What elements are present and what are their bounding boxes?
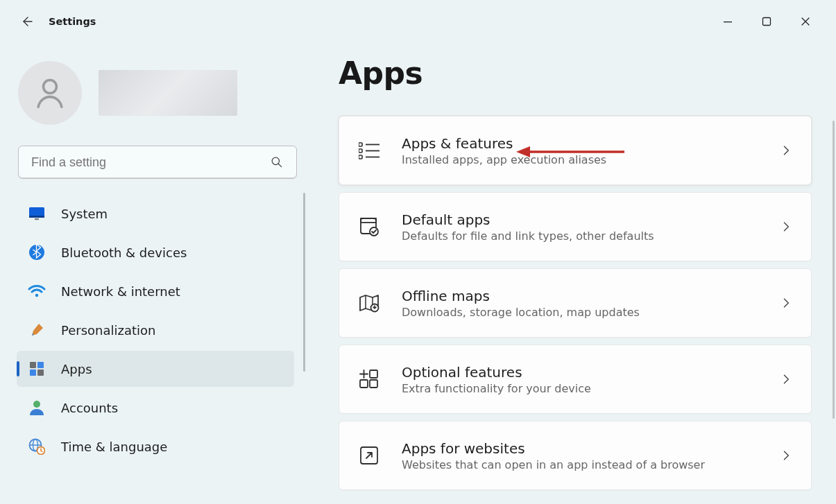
svg-rect-11 bbox=[30, 370, 36, 376]
sidebar-item-label: Bluetooth & devices bbox=[61, 245, 187, 260]
card-subtitle: Websites that can open in an app instead… bbox=[402, 458, 758, 471]
sidebar: System Bluetooth & devices Network & int… bbox=[0, 43, 305, 504]
avatar bbox=[18, 61, 82, 125]
chevron-right-icon bbox=[779, 144, 793, 157]
maximize-icon bbox=[762, 17, 771, 26]
card-title: Default apps bbox=[402, 211, 758, 228]
sidebar-item-network[interactable]: Network & internet bbox=[17, 273, 294, 309]
monitor-icon bbox=[28, 205, 46, 223]
svg-rect-6 bbox=[35, 218, 39, 220]
card-default-apps[interactable]: Default apps Defaults for file and link … bbox=[339, 192, 812, 261]
svg-rect-27 bbox=[360, 380, 368, 388]
svg-rect-24 bbox=[361, 218, 376, 223]
svg-rect-12 bbox=[37, 370, 44, 376]
svg-point-3 bbox=[272, 157, 279, 164]
svg-point-8 bbox=[35, 294, 38, 297]
card-subtitle: Installed apps, app execution aliases bbox=[402, 153, 758, 166]
sidebar-item-label: Network & internet bbox=[61, 284, 180, 299]
default-app-icon bbox=[357, 215, 381, 238]
svg-rect-9 bbox=[30, 362, 36, 368]
svg-point-2 bbox=[44, 80, 57, 94]
apps-icon bbox=[28, 360, 46, 378]
maximize-button[interactable] bbox=[747, 8, 786, 35]
person-icon bbox=[28, 399, 46, 417]
card-apps-features[interactable]: Apps & features Installed apps, app exec… bbox=[339, 116, 812, 185]
minimize-button[interactable] bbox=[708, 8, 747, 35]
svg-point-13 bbox=[33, 401, 40, 408]
card-subtitle: Extra functionality for your device bbox=[402, 382, 758, 395]
list-icon bbox=[357, 139, 381, 162]
globe-clock-icon bbox=[28, 437, 46, 455]
account-block[interactable] bbox=[6, 53, 305, 141]
chevron-right-icon bbox=[779, 220, 793, 234]
sidebar-item-system[interactable]: System bbox=[17, 195, 294, 232]
sidebar-item-bluetooth[interactable]: Bluetooth & devices bbox=[17, 234, 294, 270]
close-button[interactable] bbox=[786, 8, 825, 35]
chevron-right-icon bbox=[779, 372, 793, 386]
svg-rect-29 bbox=[370, 370, 377, 378]
card-apps-for-websites[interactable]: Apps for websites Websites that can open… bbox=[339, 421, 812, 490]
map-icon bbox=[357, 291, 381, 315]
content-scrollbar[interactable] bbox=[833, 121, 835, 419]
squares-add-icon bbox=[357, 367, 381, 391]
svg-rect-5 bbox=[29, 216, 44, 218]
settings-cards: Apps & features Installed apps, app exec… bbox=[339, 116, 812, 490]
search-input[interactable] bbox=[31, 155, 270, 170]
card-title: Offline maps bbox=[402, 288, 758, 304]
card-title: Apps for websites bbox=[402, 440, 758, 457]
wifi-icon bbox=[28, 282, 46, 300]
card-title: Optional features bbox=[402, 364, 758, 381]
app-title: Settings bbox=[49, 16, 96, 27]
sidebar-item-accounts[interactable]: Accounts bbox=[17, 390, 294, 426]
search-box[interactable] bbox=[18, 146, 297, 179]
search-icon bbox=[270, 155, 284, 169]
sidebar-item-time-language[interactable]: Time & language bbox=[17, 428, 294, 464]
sidebar-item-label: Apps bbox=[61, 362, 92, 376]
chevron-right-icon bbox=[779, 449, 793, 462]
web-app-icon bbox=[357, 444, 381, 467]
svg-rect-10 bbox=[37, 362, 44, 368]
account-name-redacted bbox=[99, 70, 237, 116]
person-outline-icon bbox=[31, 74, 69, 112]
sidebar-item-apps[interactable]: Apps bbox=[17, 351, 294, 387]
card-title: Apps & features bbox=[402, 135, 758, 152]
sidebar-nav: System Bluetooth & devices Network & int… bbox=[6, 195, 305, 464]
svg-rect-1 bbox=[763, 18, 771, 26]
minimize-icon bbox=[723, 17, 733, 26]
titlebar: Settings bbox=[0, 0, 836, 43]
svg-rect-0 bbox=[724, 21, 732, 22]
chevron-right-icon bbox=[779, 296, 793, 310]
page-title: Apps bbox=[339, 55, 819, 91]
sidebar-item-label: Time & language bbox=[61, 440, 167, 454]
sidebar-item-label: Accounts bbox=[61, 401, 118, 415]
bluetooth-icon bbox=[28, 243, 46, 261]
sidebar-item-label: System bbox=[61, 207, 108, 221]
close-icon bbox=[801, 17, 810, 26]
sidebar-item-personalization[interactable]: Personalization bbox=[17, 312, 294, 348]
card-subtitle: Downloads, storage location, map updates bbox=[402, 306, 758, 319]
svg-rect-18 bbox=[359, 149, 362, 153]
svg-rect-28 bbox=[370, 380, 377, 388]
sidebar-item-label: Personalization bbox=[61, 323, 155, 338]
brush-icon bbox=[28, 321, 46, 339]
back-button[interactable] bbox=[11, 6, 42, 37]
svg-rect-19 bbox=[359, 155, 362, 159]
svg-rect-17 bbox=[359, 143, 362, 146]
content-area: Apps Apps & features Installed apps, app… bbox=[305, 43, 836, 504]
card-subtitle: Defaults for file and link types, other … bbox=[402, 229, 758, 243]
card-offline-maps[interactable]: Offline maps Downloads, storage location… bbox=[339, 268, 812, 338]
card-optional-features[interactable]: Optional features Extra functionality fo… bbox=[339, 345, 812, 414]
arrow-left-icon bbox=[18, 13, 35, 30]
window-controls bbox=[708, 8, 825, 35]
